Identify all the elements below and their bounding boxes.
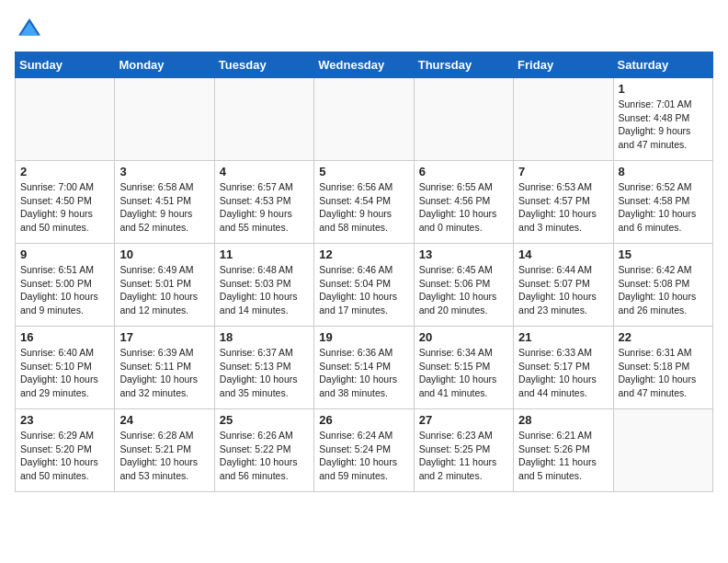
calendar-cell: 3Sunrise: 6:58 AM Sunset: 4:51 PM Daylig… [115,161,214,244]
day-info: Sunrise: 6:24 AM Sunset: 5:24 PM Dayligh… [319,429,408,483]
day-number: 10 [119,247,209,261]
day-info: Sunrise: 6:45 AM Sunset: 5:06 PM Dayligh… [419,263,508,317]
calendar-cell [514,78,613,161]
day-info: Sunrise: 7:00 AM Sunset: 4:50 PM Dayligh… [20,180,109,235]
day-number: 12 [319,247,408,261]
day-number: 16 [20,330,109,344]
day-number: 11 [220,247,309,261]
calendar-cell: 6Sunrise: 6:55 AM Sunset: 4:56 PM Daylig… [414,161,513,244]
calendar-cell: 20Sunrise: 6:34 AM Sunset: 5:15 PM Dayli… [414,327,513,409]
day-number: 6 [419,165,508,178]
logo [15,15,48,44]
calendar-cell: 12Sunrise: 6:46 AM Sunset: 5:04 PM Dayli… [314,244,414,327]
calendar-cell: 10Sunrise: 6:49 AM Sunset: 5:01 PM Dayli… [115,244,214,327]
calendar-cell [16,78,115,161]
calendar-cell [115,78,214,161]
column-header-friday: Friday [514,52,613,78]
day-info: Sunrise: 6:39 AM Sunset: 5:11 PM Dayligh… [119,346,209,400]
day-info: Sunrise: 6:49 AM Sunset: 5:01 PM Dayligh… [119,263,209,317]
day-info: Sunrise: 6:36 AM Sunset: 5:14 PM Dayligh… [319,346,408,400]
calendar-week-row: 2Sunrise: 7:00 AM Sunset: 4:50 PM Daylig… [16,161,713,244]
day-info: Sunrise: 6:40 AM Sunset: 5:10 PM Dayligh… [20,346,109,400]
calendar-cell: 24Sunrise: 6:28 AM Sunset: 5:21 PM Dayli… [115,409,214,492]
day-number: 23 [20,413,109,427]
day-info: Sunrise: 6:58 AM Sunset: 4:51 PM Dayligh… [119,180,209,235]
calendar-cell: 14Sunrise: 6:44 AM Sunset: 5:07 PM Dayli… [514,244,613,327]
day-number: 1 [619,82,708,96]
day-info: Sunrise: 6:46 AM Sunset: 5:04 PM Dayligh… [319,263,408,317]
day-number: 20 [419,330,508,344]
logo-icon [15,15,44,44]
day-info: Sunrise: 6:53 AM Sunset: 4:57 PM Dayligh… [518,180,608,235]
day-info: Sunrise: 6:52 AM Sunset: 4:58 PM Dayligh… [619,180,708,235]
calendar-cell: 4Sunrise: 6:57 AM Sunset: 4:53 PM Daylig… [214,161,313,244]
day-number: 15 [619,247,708,261]
column-header-tuesday: Tuesday [214,52,313,78]
calendar-cell: 28Sunrise: 6:21 AM Sunset: 5:26 PM Dayli… [514,409,613,492]
day-number: 4 [220,165,309,178]
day-info: Sunrise: 6:26 AM Sunset: 5:22 PM Dayligh… [220,429,309,483]
day-number: 21 [518,330,608,344]
calendar-week-row: 23Sunrise: 6:29 AM Sunset: 5:20 PM Dayli… [16,409,713,492]
calendar-cell [613,409,712,492]
day-info: Sunrise: 6:56 AM Sunset: 4:54 PM Dayligh… [319,180,408,235]
day-info: Sunrise: 6:28 AM Sunset: 5:21 PM Dayligh… [119,429,209,483]
calendar-cell: 5Sunrise: 6:56 AM Sunset: 4:54 PM Daylig… [314,161,414,244]
day-info: Sunrise: 6:21 AM Sunset: 5:26 PM Dayligh… [518,429,608,483]
day-number: 14 [518,247,608,261]
day-info: Sunrise: 6:51 AM Sunset: 5:00 PM Dayligh… [20,263,109,317]
day-number: 13 [419,247,508,261]
day-number: 19 [319,330,408,344]
day-info: Sunrise: 6:48 AM Sunset: 5:03 PM Dayligh… [220,263,309,317]
column-header-monday: Monday [115,52,214,78]
calendar-week-row: 16Sunrise: 6:40 AM Sunset: 5:10 PM Dayli… [16,327,713,409]
calendar-cell: 1Sunrise: 7:01 AM Sunset: 4:48 PM Daylig… [613,78,712,161]
day-number: 25 [220,413,309,427]
day-number: 22 [619,330,708,344]
calendar-cell: 25Sunrise: 6:26 AM Sunset: 5:22 PM Dayli… [214,409,313,492]
day-number: 5 [319,165,408,178]
day-info: Sunrise: 6:33 AM Sunset: 5:17 PM Dayligh… [518,346,608,400]
calendar-cell: 22Sunrise: 6:31 AM Sunset: 5:18 PM Dayli… [613,327,712,409]
column-header-thursday: Thursday [414,52,513,78]
day-number: 17 [119,330,209,344]
calendar-cell: 2Sunrise: 7:00 AM Sunset: 4:50 PM Daylig… [16,161,115,244]
column-header-sunday: Sunday [16,52,115,78]
calendar-cell: 9Sunrise: 6:51 AM Sunset: 5:00 PM Daylig… [16,244,115,327]
calendar-cell [414,78,513,161]
day-number: 8 [619,165,708,178]
calendar-cell: 8Sunrise: 6:52 AM Sunset: 4:58 PM Daylig… [613,161,712,244]
day-number: 2 [20,165,109,178]
calendar-week-row: 9Sunrise: 6:51 AM Sunset: 5:00 PM Daylig… [16,244,713,327]
day-info: Sunrise: 6:37 AM Sunset: 5:13 PM Dayligh… [220,346,309,400]
calendar-cell: 21Sunrise: 6:33 AM Sunset: 5:17 PM Dayli… [514,327,613,409]
day-number: 3 [119,165,209,178]
calendar-cell: 17Sunrise: 6:39 AM Sunset: 5:11 PM Dayli… [115,327,214,409]
day-number: 24 [119,413,209,427]
day-info: Sunrise: 6:31 AM Sunset: 5:18 PM Dayligh… [619,346,708,400]
day-number: 28 [518,413,608,427]
calendar-cell: 27Sunrise: 6:23 AM Sunset: 5:25 PM Dayli… [414,409,513,492]
calendar-cell [314,78,414,161]
calendar-cell: 26Sunrise: 6:24 AM Sunset: 5:24 PM Dayli… [314,409,414,492]
day-info: Sunrise: 7:01 AM Sunset: 4:48 PM Dayligh… [619,98,708,152]
calendar-cell: 7Sunrise: 6:53 AM Sunset: 4:57 PM Daylig… [514,161,613,244]
calendar-cell [214,78,313,161]
calendar-cell: 11Sunrise: 6:48 AM Sunset: 5:03 PM Dayli… [214,244,313,327]
day-info: Sunrise: 6:29 AM Sunset: 5:20 PM Dayligh… [20,429,109,483]
calendar-week-row: 1Sunrise: 7:01 AM Sunset: 4:48 PM Daylig… [16,78,713,161]
day-info: Sunrise: 6:57 AM Sunset: 4:53 PM Dayligh… [220,180,309,235]
calendar-table: SundayMondayTuesdayWednesdayThursdayFrid… [15,52,713,492]
day-info: Sunrise: 6:23 AM Sunset: 5:25 PM Dayligh… [419,429,508,483]
page-header [15,15,713,44]
calendar-cell: 23Sunrise: 6:29 AM Sunset: 5:20 PM Dayli… [16,409,115,492]
day-number: 27 [419,413,508,427]
day-number: 9 [20,247,109,261]
column-header-saturday: Saturday [613,52,712,78]
day-number: 26 [319,413,408,427]
day-info: Sunrise: 6:34 AM Sunset: 5:15 PM Dayligh… [419,346,508,400]
calendar-header-row: SundayMondayTuesdayWednesdayThursdayFrid… [16,52,713,78]
calendar-cell: 16Sunrise: 6:40 AM Sunset: 5:10 PM Dayli… [16,327,115,409]
column-header-wednesday: Wednesday [314,52,414,78]
calendar-cell: 19Sunrise: 6:36 AM Sunset: 5:14 PM Dayli… [314,327,414,409]
